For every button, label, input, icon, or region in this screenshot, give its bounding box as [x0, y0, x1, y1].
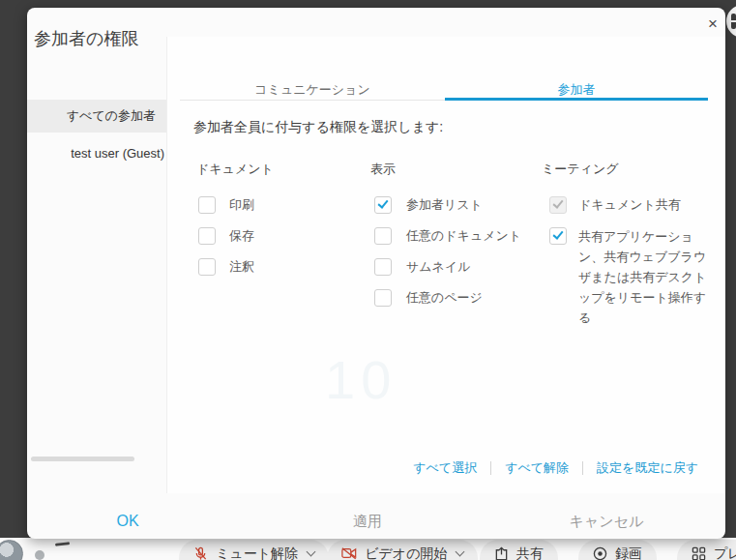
link-deselect-all[interactable]: すべて解除	[505, 459, 569, 477]
unmute-label: ミュート解除	[216, 545, 298, 560]
checkbox-thumbnail[interactable]	[374, 258, 392, 276]
sidebar-item-all-participants[interactable]: すべての参加者	[27, 100, 166, 133]
tab-active-indicator	[445, 98, 708, 101]
checkbox-print[interactable]	[198, 196, 216, 214]
column-header-view: 表示	[370, 161, 396, 178]
participant-privileges-dialog: 参加者の権限 × すべての参加者 test user (Guest) コミュニケ…	[27, 8, 725, 539]
meeting-controls-bar: ミュート解除 ビデオの開始 共有 録画 プレ	[0, 538, 736, 560]
start-video-label: ビデオの開始	[365, 545, 447, 560]
share-button[interactable]: 共有	[480, 540, 558, 560]
checkbox-participant-list[interactable]	[374, 196, 392, 214]
check-icon	[552, 228, 563, 240]
option-label-thumbnail[interactable]: サムネイル	[406, 258, 471, 276]
unmute-button[interactable]: ミュート解除	[179, 540, 329, 560]
mic-off-icon	[193, 546, 208, 560]
option-label-print[interactable]: 印刷	[229, 196, 254, 214]
apply-button[interactable]: 適用	[314, 513, 421, 531]
share-icon	[494, 546, 509, 560]
chevron-down-icon[interactable]	[307, 547, 316, 557]
check-icon	[552, 197, 563, 209]
ok-button[interactable]: OK	[74, 513, 181, 530]
chevron-down-icon[interactable]	[456, 547, 465, 557]
checkbox-annotate[interactable]	[198, 258, 216, 276]
option-label-save[interactable]: 保存	[229, 227, 254, 245]
layout-label: プレ	[714, 545, 736, 560]
watermark-text: 10	[325, 348, 397, 411]
checkbox-any-page[interactable]	[374, 289, 392, 307]
share-label: 共有	[516, 545, 544, 560]
divider	[490, 461, 491, 475]
option-label-remote-control-share[interactable]: 共有アプリケーション、共有ウェブブラウザまたは共有デスクトップをリモート操作する	[578, 226, 719, 328]
column-header-meeting: ミーティング	[542, 161, 619, 178]
checkbox-document-share	[549, 196, 567, 214]
option-label-any-page[interactable]: 任意のページ	[406, 289, 483, 307]
close-icon[interactable]: ×	[700, 12, 725, 37]
check-icon	[377, 197, 388, 209]
start-video-button[interactable]: ビデオの開始	[327, 540, 478, 560]
option-label-participant-list[interactable]: 参加者リスト	[406, 196, 483, 214]
option-label-document-share: ドキュメント共有	[578, 196, 681, 214]
link-select-all[interactable]: すべて選択	[413, 459, 477, 477]
layout-button[interactable]: プレ	[677, 540, 736, 560]
column-header-document: ドキュメント	[196, 161, 274, 178]
instruction-text: 参加者全員に付与する権限を選択します:	[193, 119, 443, 136]
record-label: 録画	[615, 545, 642, 560]
links-row: すべて選択 すべて解除 設定を既定に戻す	[413, 459, 698, 477]
avatar-status-dot	[35, 550, 44, 560]
option-label-annotate[interactable]: 注釈	[229, 258, 254, 276]
cancel-button[interactable]: キャンセル	[553, 513, 660, 531]
panel-icon	[731, 14, 736, 29]
option-label-any-document[interactable]: 任意のドキュメント	[406, 227, 521, 245]
page-title: 参加者の権限	[34, 27, 138, 50]
side-panel-toggle-partial[interactable]	[726, 5, 736, 38]
sidebar-scrollbar[interactable]	[31, 457, 134, 461]
sidebar-item-test-user[interactable]: test user (Guest)	[27, 140, 166, 167]
checkbox-any-document[interactable]	[374, 227, 392, 245]
record-icon	[593, 546, 607, 560]
link-reset-defaults[interactable]: 設定を既定に戻す	[597, 459, 698, 477]
video-off-icon	[341, 546, 357, 560]
tab-communication[interactable]: コミュニケーション	[180, 79, 445, 100]
tab-participants[interactable]: 参加者	[445, 79, 708, 100]
layout-grid-icon	[692, 546, 706, 560]
checkbox-remote-control-share[interactable]	[549, 227, 567, 245]
divider	[582, 461, 583, 475]
checkbox-save[interactable]	[198, 227, 216, 245]
record-button[interactable]: 録画	[578, 540, 657, 560]
